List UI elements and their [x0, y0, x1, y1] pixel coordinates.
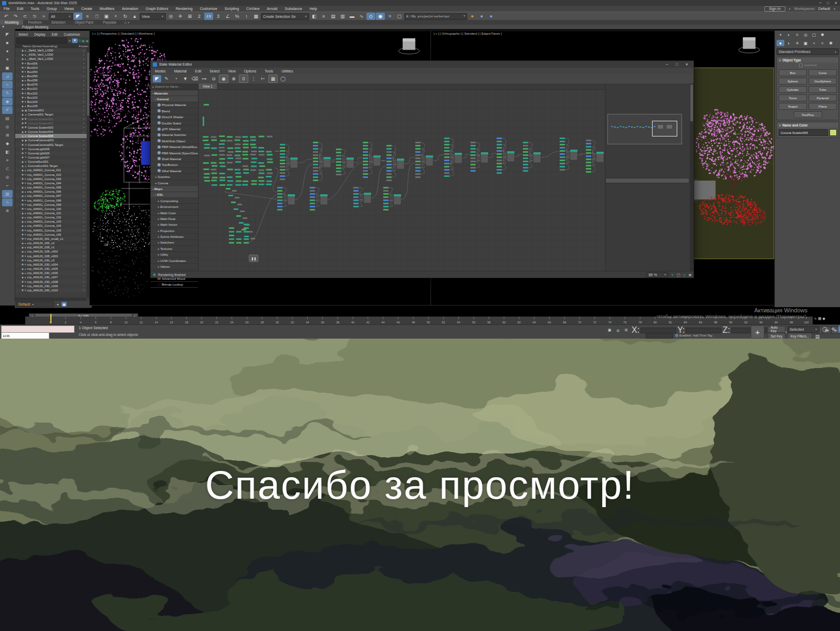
pause-button[interactable]: ❚❚ [249, 255, 258, 262]
cameras-icon[interactable]: ▣ [802, 40, 810, 46]
menu-modifiers[interactable]: Modifiers [96, 7, 118, 10]
visibility-eye-icon[interactable]: ◉ [22, 285, 24, 287]
visibility-eye-icon[interactable]: ◉ [22, 54, 24, 56]
select-and-move-icon[interactable]: + [111, 13, 120, 20]
wave-icon[interactable]: ≈ [2, 81, 13, 89]
explorer-item[interactable]: ◉●crp_AM001_Corona_100● [15, 207, 87, 211]
explorer-item[interactable]: ◉●Box101● [15, 87, 87, 91]
explorer-item[interactable]: ◉●crp_AM126_030_v009● [15, 284, 87, 288]
browser-row[interactable]: + Scanline [151, 174, 198, 180]
visibility-eye-icon[interactable]: ◉ [22, 207, 24, 210]
move-children-icon[interactable]: ⊶ [200, 75, 208, 82]
menu-graph-editors[interactable]: Graph Editors [142, 7, 172, 10]
zoom-extents-icon[interactable]: ⊠ [689, 273, 691, 277]
filter-icon[interactable]: ▼ [72, 38, 78, 43]
explorer-item[interactable]: ◉◎Camera001.Target● [15, 112, 87, 117]
render-production-icon[interactable]: ● [468, 13, 477, 20]
select-tool-icon[interactable]: ◤ [153, 75, 161, 82]
parameter-strip[interactable] [605, 178, 689, 183]
explorer-item[interactable]: ◉◎CoronaCamera001.Target● [15, 142, 87, 146]
material-editor-icon[interactable]: ◉ [376, 13, 385, 20]
zoom-region-icon[interactable]: ◯ [279, 75, 287, 82]
visibility-eye-icon[interactable]: ◉ [22, 289, 24, 291]
explorer-item[interactable]: ◉●Box102● [15, 91, 87, 96]
close-button[interactable]: ✕ [834, 1, 837, 5]
slate-menu-view[interactable]: View [224, 69, 240, 73]
explorer-item[interactable]: ◉✱Corona Scatter003● [15, 125, 87, 130]
explorer-item[interactable]: ◉●Box014● [15, 66, 87, 70]
select-object-icon[interactable]: ◤ [74, 13, 82, 20]
frozen-dot-icon[interactable]: ● [83, 233, 85, 236]
add-create-button[interactable]: + [751, 325, 764, 339]
snaps-toggle-2d-icon[interactable]: 2 [195, 13, 204, 20]
browser-row[interactable]: Top/Bottom [151, 162, 198, 168]
explorer-item[interactable]: ◉✱Corona Scatter005● [15, 134, 87, 138]
frozen-dot-icon[interactable]: ● [83, 88, 85, 90]
browser-row[interactable]: Material Switcher [151, 132, 198, 138]
bind-to-space-warp-icon[interactable]: ≈ [39, 13, 48, 20]
visibility-eye-icon[interactable]: ◉ [22, 58, 24, 60]
hide-unused-nodeslots-icon[interactable]: ⊝ [209, 75, 218, 82]
assign-material-to-selection-icon[interactable]: ◔ [172, 75, 180, 82]
visibility-eye-icon[interactable]: ◉ [22, 233, 24, 236]
explorer-item[interactable]: ◉●crp_AM126_001_small_v1● [15, 237, 87, 241]
name-color-header[interactable]: ▾Name and Color [777, 122, 838, 128]
visibility-eye-icon[interactable]: ◉ [22, 126, 24, 129]
mirror-icon[interactable]: ◧ [2, 148, 13, 156]
zoom-dropdown[interactable]: 85 %▼ [646, 272, 668, 278]
pan-status-icon[interactable]: ✛ [830, 325, 836, 333]
visibility-eye-icon[interactable]: ◉ [22, 100, 24, 103]
frozen-dot-icon[interactable]: ● [83, 280, 85, 283]
material-preview-navigator-icon[interactable]: ▦ [268, 75, 278, 83]
lights-icon[interactable]: ☀ [793, 40, 801, 46]
object-type-header[interactable]: ▾Object Type [777, 57, 838, 62]
slate-maximize-button[interactable]: □ [676, 62, 678, 67]
selection-filter-dropdown[interactable]: All▼ [49, 13, 73, 20]
frozen-dot-icon[interactable]: ● [83, 177, 85, 180]
visibility-eye-icon[interactable]: ◉ [22, 135, 24, 138]
browser-row[interactable]: Multi/Sub-Object [151, 138, 198, 144]
layout-children-icon[interactable]: ⊢ [259, 75, 267, 82]
browser-row[interactable]: - Materials [151, 90, 198, 96]
curve-editor-icon[interactable]: ∿ [357, 13, 366, 20]
frozen-dot-icon[interactable]: ● [83, 199, 85, 202]
view1-tab[interactable]: View 1 [198, 83, 217, 89]
visibility-eye-icon[interactable]: ◉ [22, 191, 24, 193]
render-setup-icon[interactable]: ☀ [385, 13, 394, 20]
visibility-eye-icon[interactable]: ◉ [22, 122, 24, 124]
pan-icon[interactable]: ✛ [671, 273, 674, 277]
frozen-dot-icon[interactable]: ● [83, 250, 85, 253]
frozen-dot-icon[interactable]: ● [83, 139, 85, 142]
visibility-eye-icon[interactable]: ◉ [22, 131, 24, 133]
minimize-button[interactable]: ─ [819, 1, 822, 5]
slate-menu-options[interactable]: Options [240, 69, 260, 73]
frozen-dot-icon[interactable]: ● [83, 186, 85, 189]
explorer-item[interactable]: ◉●crp_AM001_Corona_095● [15, 185, 87, 190]
visibility-eye-icon[interactable]: ◉ [22, 220, 24, 223]
navigator-view-rect[interactable] [652, 121, 677, 136]
explorer-item[interactable]: ◉☀CoronaSun001● [15, 160, 87, 164]
frozen-dot-icon[interactable]: ● [83, 161, 85, 163]
frozen-dot-icon[interactable]: ● [83, 246, 85, 249]
angle-snap-toggle-icon[interactable]: ∠ [223, 13, 232, 20]
reference-coordinate-dropdown[interactable]: View▼ [140, 13, 166, 20]
frozen-dot-icon[interactable]: ● [83, 272, 85, 275]
pick-material-from-object-icon[interactable]: ✎ [162, 75, 171, 82]
pick-container-icon[interactable]: ▣ [82, 39, 85, 43]
create-cone-button[interactable]: Cone [808, 69, 837, 76]
frozen-dot-icon[interactable]: ● [83, 212, 85, 215]
visibility-eye-icon[interactable]: ◉ [22, 268, 24, 270]
visibility-eye-icon[interactable]: ◉ [22, 280, 24, 283]
name-column-header[interactable]: Name (Sorted Ascending) [15, 45, 57, 48]
frozen-dot-icon[interactable]: ● [83, 58, 85, 60]
visibility-eye-icon[interactable]: ◉ [22, 182, 24, 184]
frozen-dot-icon[interactable]: ● [83, 122, 85, 124]
create-geosphere-button[interactable]: GeoSphere [808, 78, 837, 85]
frozen-dot-icon[interactable]: ● [83, 173, 85, 176]
frozen-dot-icon[interactable]: ● [83, 70, 85, 73]
browser-row[interactable]: Bitmap Lookup [151, 282, 198, 288]
redo-icon[interactable]: ↷ [11, 13, 20, 20]
browser-row[interactable]: + Switchers [151, 240, 198, 246]
visibility-eye-icon[interactable]: ◉ [22, 70, 24, 73]
spinner-snap-toggle-icon[interactable]: ↕ [242, 13, 251, 20]
